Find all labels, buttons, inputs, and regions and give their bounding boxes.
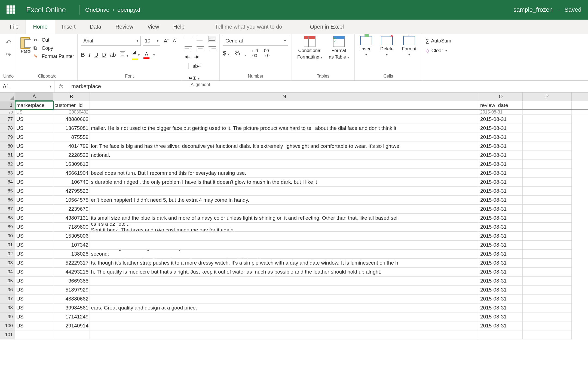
- copy-button[interactable]: ⧉Copy: [33, 45, 74, 51]
- app-launcher-icon[interactable]: [7, 5, 15, 14]
- cell[interactable]: US: [15, 169, 53, 178]
- cell[interactable]: [90, 205, 479, 214]
- cell[interactable]: 875559: [53, 133, 90, 142]
- row-header[interactable]: 85: [0, 187, 15, 196]
- cell[interactable]: [523, 232, 572, 241]
- row-header[interactable]: 88: [0, 214, 15, 223]
- cell[interactable]: [523, 124, 572, 133]
- cell[interactable]: [90, 295, 479, 303]
- cell[interactable]: [90, 286, 479, 295]
- cell[interactable]: [90, 110, 479, 115]
- cell[interactable]: US: [15, 160, 53, 169]
- cell[interactable]: [523, 277, 572, 286]
- cell[interactable]: 2015-08-31: [479, 151, 523, 160]
- font-family-select[interactable]: Arial▾: [81, 36, 141, 46]
- cell[interactable]: US: [15, 187, 53, 196]
- cell[interactable]: [90, 232, 479, 241]
- tab-home[interactable]: Home: [26, 20, 55, 34]
- cell[interactable]: en't been happier! I didn't need 5, but …: [90, 196, 479, 205]
- cell[interactable]: [523, 205, 572, 214]
- cell[interactable]: [523, 169, 572, 178]
- delete-cells-button[interactable]: Delete▾: [378, 36, 396, 57]
- cell[interactable]: 2015-08-31: [479, 115, 523, 124]
- align-bottom-button[interactable]: [209, 36, 216, 42]
- cell[interactable]: s not working and i changed the batterys…: [90, 250, 479, 259]
- row-header[interactable]: 87: [0, 205, 15, 214]
- row-header[interactable]: 79: [0, 133, 15, 142]
- row-header[interactable]: 86: [0, 196, 15, 205]
- cell[interactable]: 2015-08-31: [479, 241, 523, 250]
- row-header[interactable]: 77: [0, 115, 15, 124]
- increase-indent-button[interactable]: ≡▶: [194, 54, 199, 59]
- cell[interactable]: 17141249: [53, 312, 90, 321]
- row-header[interactable]: 97: [0, 295, 15, 303]
- document-name[interactable]: sample_frozen: [513, 6, 553, 13]
- cell[interactable]: US: [15, 151, 53, 160]
- cell[interactable]: [523, 241, 572, 250]
- cell[interactable]: [523, 321, 572, 330]
- align-left-button[interactable]: [185, 45, 192, 51]
- cell[interactable]: US: [15, 250, 53, 259]
- cell[interactable]: [90, 321, 479, 330]
- cell[interactable]: [90, 330, 479, 339]
- cell[interactable]: 44293218: [53, 268, 90, 277]
- cell[interactable]: 2239679: [53, 205, 90, 214]
- cell[interactable]: US: [15, 241, 53, 250]
- cell[interactable]: 2015-08-31: [479, 124, 523, 133]
- cell[interactable]: 4014799: [53, 142, 90, 151]
- row-header[interactable]: 96: [0, 286, 15, 295]
- tell-me-search[interactable]: Tell me what you want to do: [208, 20, 289, 34]
- cell[interactable]: [523, 303, 572, 312]
- cell[interactable]: US: [15, 232, 53, 241]
- row-header[interactable]: 93: [0, 259, 15, 268]
- formula-bar-input[interactable]: marketplace: [68, 81, 588, 92]
- cell[interactable]: 2015-08-31: [479, 250, 523, 259]
- cell[interactable]: 2015-08-31: [479, 303, 523, 312]
- font-size-select[interactable]: 10▾: [143, 36, 160, 46]
- cell[interactable]: 2015-08-31: [479, 169, 523, 178]
- wrap-text-button[interactable]: ab↵: [188, 63, 202, 69]
- autosum-button[interactable]: ∑AutoSum: [425, 38, 451, 44]
- redo-icon[interactable]: ↷: [6, 51, 11, 59]
- cell[interactable]: US: [15, 214, 53, 223]
- cell[interactable]: bezel does not turn. But I recommend thi…: [90, 169, 479, 178]
- cell[interactable]: [523, 178, 572, 187]
- name-box[interactable]: A1▾: [0, 81, 54, 92]
- column-header-B[interactable]: B: [53, 93, 90, 101]
- cell[interactable]: US: [15, 223, 53, 232]
- cell[interactable]: 43807131: [53, 214, 90, 223]
- column-header-P[interactable]: P: [523, 93, 572, 101]
- cell[interactable]: 45661904: [53, 169, 90, 178]
- cell[interactable]: [523, 330, 572, 339]
- fx-icon[interactable]: fx: [54, 81, 68, 92]
- tab-view[interactable]: View: [140, 20, 166, 34]
- cell[interactable]: nctional.: [90, 151, 479, 160]
- breadcrumb-item[interactable]: openpyxl: [117, 7, 140, 13]
- align-middle-button[interactable]: [197, 36, 204, 42]
- paste-button[interactable]: Paste: [20, 36, 31, 53]
- cell[interactable]: customer_id: [53, 101, 90, 109]
- cell[interactable]: US: [15, 259, 53, 268]
- cell[interactable]: 2015-08-31: [479, 187, 523, 196]
- cell[interactable]: [523, 187, 572, 196]
- cut-button[interactable]: ✂Cut: [33, 37, 74, 43]
- tab-file[interactable]: File: [3, 20, 26, 34]
- cell[interactable]: 2015-08-31: [479, 277, 523, 286]
- align-center-button[interactable]: [197, 45, 204, 51]
- cell[interactable]: 52229317: [53, 259, 90, 268]
- conditional-formatting-button[interactable]: Conditional Formatting ▾: [295, 36, 324, 60]
- cell[interactable]: [15, 330, 53, 339]
- cell[interactable]: 2015-08-31: [479, 268, 523, 277]
- align-top-button[interactable]: [185, 36, 192, 42]
- decrease-indent-button[interactable]: ◀≡: [185, 54, 190, 59]
- cell[interactable]: 7189800: [53, 223, 90, 232]
- insert-cells-button[interactable]: Insert▾: [358, 36, 374, 57]
- cell[interactable]: [523, 196, 572, 205]
- cell[interactable]: 16309813: [53, 160, 90, 169]
- tab-data[interactable]: Data: [83, 20, 108, 34]
- decrease-font-button[interactable]: Aˇ: [172, 38, 178, 43]
- cell[interactable]: [523, 160, 572, 169]
- cell[interactable]: [90, 312, 479, 321]
- borders-button[interactable]: ▾: [120, 51, 128, 58]
- cell[interactable]: US: [15, 277, 53, 286]
